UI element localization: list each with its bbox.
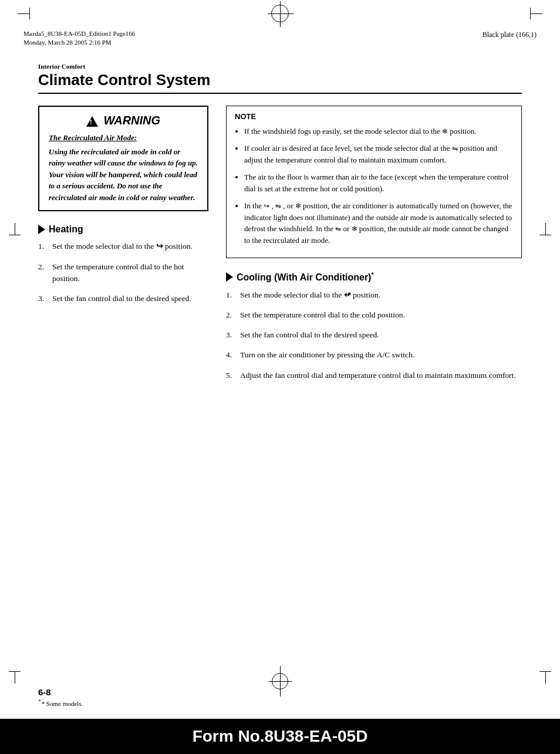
heading-bullet-icon [38, 225, 45, 234]
note-item: In the ↪ , ⇋ , or ❄ position, the air co… [244, 200, 513, 246]
warning-triangle-icon [86, 116, 98, 127]
list-item: 2. Set the temperature control dial to t… [226, 309, 522, 321]
section-title: Climate Control System [38, 71, 522, 89]
note-box: NOTE If the windshield fogs up easily, s… [226, 106, 522, 259]
warning-subtitle: The Recirculated Air Mode: [49, 133, 198, 143]
note-item: If cooler air is desired at face level, … [244, 143, 513, 165]
header-right: Black plate (166,1) [483, 29, 537, 40]
warning-title: WARNING [49, 114, 198, 127]
section-meta: Interior Comfort Climate Control System [0, 52, 560, 89]
page-number: 6-8 [38, 687, 83, 697]
heading-bullet-icon [226, 272, 233, 282]
registration-mark-top [271, 5, 289, 22]
form-number-bar: Form No.8U38-EA-05D [0, 719, 560, 754]
left-column: WARNING The Recirculated Air Mode: Using… [38, 106, 208, 390]
content-columns: WARNING The Recirculated Air Mode: Using… [0, 94, 560, 390]
warning-box: WARNING The Recirculated Air Mode: Using… [38, 106, 208, 212]
cooling-steps-list: 1. Set the mode selector dial to the ↫ p… [226, 289, 522, 381]
list-item: 5. Adjust the fan control dial and tempe… [226, 370, 522, 381]
header-plate-info: Black plate (166,1) [483, 29, 537, 40]
list-item: 3. Set the fan control dial to the desir… [226, 329, 522, 341]
list-item: 1. Set the mode selector dial to the ↪ p… [38, 241, 208, 252]
note-item: The air to the floor is warmer than air … [244, 171, 513, 194]
header-date: Monday, March 28 2005 2:16 PM [23, 38, 135, 47]
list-item: 4. Turn on the air conditioner by pressi… [226, 349, 522, 361]
section-category: Interior Comfort [38, 63, 522, 70]
note-item: If the windshield fogs up easily, set th… [244, 126, 513, 137]
form-number-text: Form No.8U38-EA-05D [193, 727, 368, 746]
note-title: NOTE [235, 112, 513, 121]
warning-body: Using the recirculated air mode in cold … [49, 146, 198, 204]
header-file-info: Mazda5_8U38-EA-05D_Edition1 Page166 [23, 29, 135, 38]
page-wrapper: Mazda5_8U38-EA-05D_Edition1 Page166 Mond… [0, 0, 560, 754]
note-list: If the windshield fogs up easily, set th… [235, 126, 513, 246]
right-column: NOTE If the windshield fogs up easily, s… [226, 106, 522, 390]
footnote: ** Some models. [38, 698, 83, 707]
header-left: Mazda5_8U38-EA-05D_Edition1 Page166 Mond… [23, 29, 135, 48]
list-item: 3. Set the fan control dial to the desir… [38, 293, 208, 305]
list-item: 2. Set the temperature control dial to t… [38, 261, 208, 285]
heating-heading: Heating [38, 224, 208, 235]
heating-steps-list: 1. Set the mode selector dial to the ↪ p… [38, 241, 208, 305]
registration-mark-bottom [272, 673, 288, 689]
list-item: 1. Set the mode selector dial to the ↫ p… [226, 289, 522, 301]
cooling-heading: Cooling (With Air Conditioner)* [226, 271, 522, 283]
